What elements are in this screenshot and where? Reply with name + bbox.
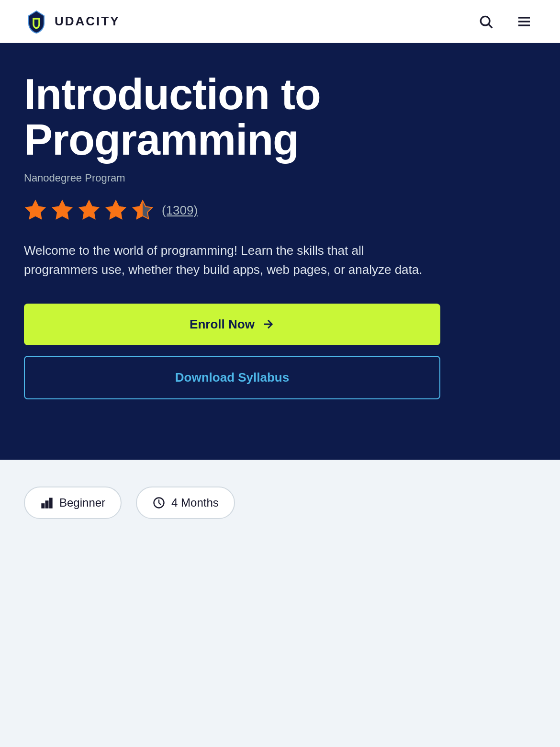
svg-marker-8 (106, 201, 125, 219)
svg-rect-13 (50, 498, 52, 508)
star-4 (104, 199, 127, 222)
svg-marker-6 (53, 201, 72, 219)
logo-text: UDACITY (55, 14, 120, 29)
svg-rect-12 (46, 501, 48, 508)
syllabus-label: Download Syllabus (175, 370, 289, 385)
hamburger-icon (516, 14, 532, 29)
svg-marker-5 (26, 201, 45, 219)
syllabus-button[interactable]: Download Syllabus (24, 356, 440, 399)
star-2 (51, 199, 74, 222)
hero-description: Welcome to the world of programming! Lea… (24, 241, 436, 280)
header: UDACITY (0, 0, 560, 43)
menu-button[interactable] (512, 10, 536, 34)
star-1 (24, 199, 47, 222)
star-5-half (131, 199, 154, 222)
enroll-label: Enroll Now (190, 317, 255, 332)
hero-section: Introduction to Programming Nanodegree P… (0, 43, 560, 460)
level-badge: Beginner (24, 487, 122, 519)
program-type: Nanodegree Program (24, 172, 536, 184)
duration-label: 4 Months (171, 496, 219, 509)
search-icon (478, 14, 493, 29)
svg-marker-7 (79, 201, 99, 219)
svg-line-1 (489, 24, 492, 28)
bar-chart-icon (40, 496, 54, 509)
star-3 (78, 199, 101, 222)
logo[interactable]: UDACITY (24, 9, 120, 34)
svg-rect-11 (42, 504, 45, 508)
duration-badge: 4 Months (136, 487, 235, 519)
svg-point-0 (481, 16, 490, 25)
enroll-button[interactable]: Enroll Now (24, 304, 440, 345)
info-section: Beginner 4 Months (0, 460, 560, 546)
svg-marker-9 (133, 201, 152, 219)
search-button[interactable] (474, 10, 498, 34)
arrow-right-icon (261, 317, 275, 331)
page-title: Introduction to Programming (24, 72, 536, 162)
level-label: Beginner (59, 496, 105, 509)
header-actions (474, 10, 536, 34)
rating-row: (1309) (24, 199, 536, 222)
clock-icon (152, 496, 166, 509)
udacity-logo-icon (24, 9, 49, 34)
rating-count[interactable]: (1309) (162, 203, 198, 218)
